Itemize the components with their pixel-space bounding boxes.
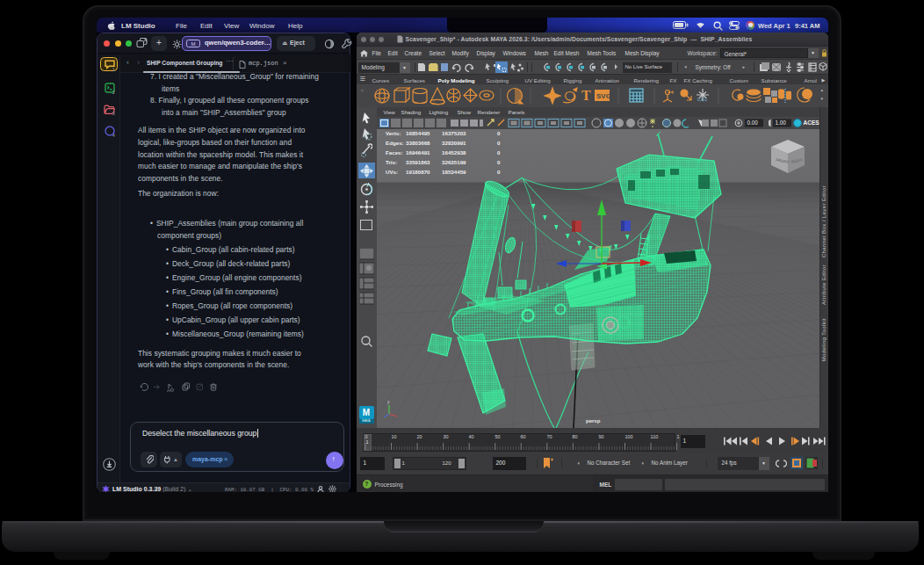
svg-text:0: 0 (497, 159, 501, 165)
svg-text:16946491: 16946491 (406, 149, 430, 156)
svg-text:33803668: 33803668 (406, 140, 430, 146)
svg-text:33591863: 33591863 (406, 159, 430, 165)
svg-text:0: 0 (497, 169, 501, 175)
svg-text:SVG: SVG (596, 92, 611, 100)
svg-text:T: T (581, 88, 591, 103)
svg-text:0,0,0: 0,0,0 (697, 97, 707, 102)
svg-text:32635199: 32635199 (442, 159, 466, 165)
svg-text:0: 0 (497, 130, 501, 136)
svg-text:Tris:: Tris: (386, 159, 397, 165)
svg-text:0.00: 0.00 (747, 120, 758, 126)
svg-text:19180870: 19180870 (406, 169, 430, 175)
svg-text:Verts:: Verts: (386, 130, 401, 136)
svg-text:18534459: 18534459 (442, 169, 466, 175)
svg-text:1.00: 1.00 (775, 120, 786, 126)
svg-text:16854495: 16854495 (406, 130, 430, 136)
svg-text:32830991: 32830991 (442, 140, 466, 146)
svg-text:16452938: 16452938 (442, 149, 466, 156)
svg-text:UVs:: UVs: (386, 169, 398, 175)
svg-text:Faces:: Faces: (386, 149, 403, 156)
svg-text:Edges:: Edges: (386, 140, 404, 146)
svg-text:persp: persp (586, 418, 601, 424)
svg-text:0: 0 (497, 149, 501, 156)
svg-text:0: 0 (497, 140, 501, 146)
svg-text:16375203: 16375203 (442, 130, 466, 136)
